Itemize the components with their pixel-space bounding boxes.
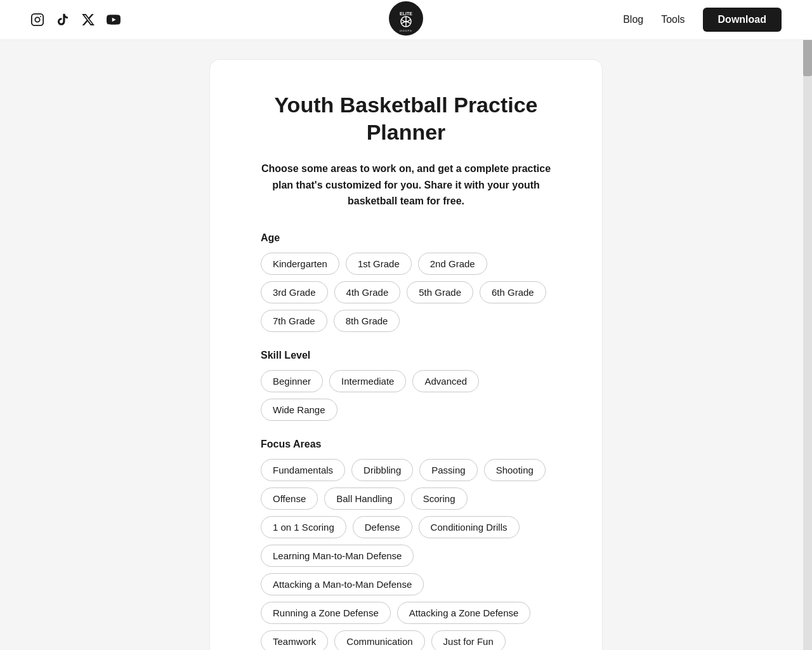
age-tag[interactable]: 7th Grade	[261, 310, 327, 332]
age-section-label: Age	[261, 232, 551, 244]
age-tag[interactable]: 5th Grade	[407, 281, 473, 303]
logo[interactable]: ELITE HOOPS	[389, 1, 423, 38]
focus-tag[interactable]: Scoring	[411, 488, 468, 510]
age-tag[interactable]: 2nd Grade	[418, 253, 487, 275]
tiktok-icon[interactable]	[56, 13, 70, 27]
focus-section-label: Focus Areas	[261, 439, 551, 450]
svg-rect-0	[32, 14, 43, 25]
focus-tag[interactable]: Running a Zone Defense	[261, 602, 391, 624]
age-tag[interactable]: 6th Grade	[480, 281, 546, 303]
focus-tag[interactable]: Fundamentals	[261, 459, 345, 481]
scrollbar-track[interactable]	[803, 0, 812, 650]
planner-card: Youth Basketball Practice Planner Choose…	[209, 59, 603, 650]
svg-point-2	[40, 16, 41, 17]
main-content: Youth Basketball Practice Planner Choose…	[0, 40, 812, 650]
focus-tag[interactable]: Shooting	[484, 459, 546, 481]
skill-tags-group: BeginnerIntermediateAdvancedWide Range	[261, 370, 551, 421]
focus-tag[interactable]: Dribbling	[351, 459, 413, 481]
navbar: ELITE HOOPS Blog Tools Download	[0, 0, 812, 40]
focus-tag[interactable]: Passing	[419, 459, 477, 481]
skill-tag[interactable]: Wide Range	[261, 399, 337, 421]
svg-text:ELITE: ELITE	[400, 11, 412, 16]
focus-tag[interactable]: Attacking a Zone Defense	[397, 602, 531, 624]
age-tag[interactable]: 1st Grade	[346, 253, 412, 275]
skill-section-label: Skill Level	[261, 350, 551, 361]
svg-text:HOOPS: HOOPS	[400, 29, 412, 32]
twitter-icon[interactable]	[81, 13, 95, 27]
page-description: Choose some areas to work on, and get a …	[261, 161, 551, 209]
youtube-icon[interactable]	[107, 13, 121, 27]
download-button[interactable]: Download	[703, 8, 782, 32]
logo-image: ELITE HOOPS	[389, 1, 423, 36]
age-tag[interactable]: 4th Grade	[334, 281, 401, 303]
focus-tag[interactable]: Learning Man-to-Man Defense	[261, 545, 414, 567]
nav-links: Blog Tools Download	[623, 8, 782, 32]
page-title: Youth Basketball Practice Planner	[261, 91, 551, 145]
focus-tag[interactable]: Attacking a Man-to-Man Defense	[261, 573, 424, 595]
svg-point-1	[35, 17, 39, 22]
social-icons-group	[30, 13, 121, 27]
skill-tag[interactable]: Intermediate	[329, 370, 406, 392]
instagram-icon[interactable]	[30, 13, 44, 27]
focus-tags-group: FundamentalsDribblingPassingShootingOffe…	[261, 459, 551, 650]
focus-tag[interactable]: Conditioning Drills	[419, 516, 520, 538]
age-tag[interactable]: Kindergarten	[261, 253, 339, 275]
focus-tag[interactable]: Defense	[353, 516, 412, 538]
skill-tag[interactable]: Advanced	[412, 370, 479, 392]
skill-tag[interactable]: Beginner	[261, 370, 323, 392]
focus-tag[interactable]: Offense	[261, 488, 318, 510]
focus-tag[interactable]: Communication	[334, 630, 424, 650]
blog-link[interactable]: Blog	[623, 14, 643, 25]
age-tag[interactable]: 8th Grade	[334, 310, 400, 332]
age-tag[interactable]: 3rd Grade	[261, 281, 328, 303]
tools-link[interactable]: Tools	[661, 14, 684, 25]
focus-tag[interactable]: Ball Handling	[324, 488, 404, 510]
focus-tag[interactable]: Just for Fun	[431, 630, 506, 650]
focus-tag[interactable]: Teamwork	[261, 630, 328, 650]
focus-tag[interactable]: 1 on 1 Scoring	[261, 516, 346, 538]
age-tags-group: Kindergarten1st Grade2nd Grade3rd Grade4…	[261, 253, 551, 332]
